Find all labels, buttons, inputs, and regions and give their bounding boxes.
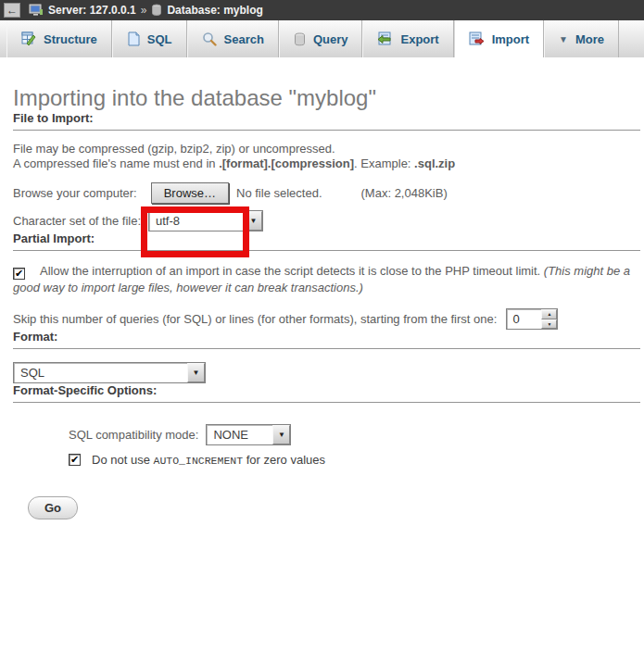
tab-bar: Structure SQL Search Query [0,20,644,57]
dropdown-arrow-icon: ▼ [272,425,290,444]
tab-structure[interactable]: Structure [6,20,112,57]
charset-select[interactable]: utf-8 ▼ [148,210,263,231]
skip-queries-label: Skip this number of queries (for SQL) or… [13,312,497,326]
section-heading-file-to-import: File to Import: [13,111,640,131]
tab-search[interactable]: Search [187,20,279,57]
filename-example-text: .sql.zip [414,156,455,170]
compression-info-text: File may be compressed (gzip, bzip2, zip… [13,142,335,156]
allow-interrupt-label: Allow the interruption of an import in c… [40,264,544,278]
browse-label: Browse your computer: [13,186,137,200]
breadcrumb-server[interactable]: Server: 127.0.0.1 [48,4,136,17]
structure-icon [21,31,36,46]
auto-increment-label: Do not use AUTO_INCREMENT for zero value… [92,453,325,467]
tab-import[interactable]: Import [454,20,544,57]
chevron-down-icon: ▼ [559,34,568,44]
section-partial-import: Partial Import: ✔Allow the interruption … [13,231,640,330]
section-heading-partial-import: Partial Import: [13,231,640,251]
browse-button[interactable]: Browse… [151,182,229,204]
filename-rule-text: A compressed file's name must end in [13,156,219,170]
sql-compatibility-label: SQL compatibility mode: [69,428,198,442]
file-upload-row: Browse your computer: Browse… No file se… [13,182,640,204]
tab-label: More [575,32,604,46]
format-select-value: SQL [14,363,187,382]
back-button[interactable]: ← [4,3,20,18]
database-icon [151,4,162,17]
allow-interrupt-checkbox[interactable]: ✔ [13,268,25,280]
skip-queries-value: 0 [507,309,541,329]
server-icon [29,4,44,17]
allow-interrupt-row: ✔Allow the interruption of an import in … [13,263,640,295]
spin-down-button[interactable]: ▼ [541,319,557,330]
sql-icon [127,31,140,46]
main-content: Importing into the database "myblog" Fil… [0,85,644,519]
charset-row: Character set of the file: utf-8 ▼ [13,210,640,231]
dropdown-arrow-icon: ▼ [245,211,262,231]
auto-increment-checkbox[interactable]: ✔ [69,454,81,466]
search-icon [202,31,217,46]
tab-label: Query [313,32,348,46]
skip-queries-input[interactable]: 0 ▲ ▼ [506,308,558,330]
page-title: Importing into the database "myblog" [13,85,640,111]
max-size-text: (Max: 2,048KiB) [361,186,448,200]
sql-compatibility-row: SQL compatibility mode: NONE ▼ [69,424,640,445]
tab-label: Search [224,32,264,46]
section-file-to-import: File to Import: File may be compressed (… [13,111,640,231]
dropdown-arrow-icon: ▼ [187,363,205,382]
filename-format-text: .[format].[compression] [219,156,354,170]
breadcrumb-bar: ← Server: 127.0.0.1 » Database: myblog [0,0,644,20]
tab-more[interactable]: ▼ More [544,20,619,57]
go-button[interactable]: Go [28,496,78,519]
query-icon [294,32,306,46]
section-format-specific-options: Format-Specific Options: SQL compatibili… [13,383,640,467]
auto-increment-label-prefix: Do not use [92,453,154,467]
sql-compatibility-select[interactable]: NONE ▼ [206,424,291,445]
import-icon [469,31,485,46]
filename-example-label: . Example: [354,156,414,170]
no-file-selected-text: No file selected. [236,186,322,200]
breadcrumb-database[interactable]: Database: myblog [167,4,262,17]
tab-query[interactable]: Query [279,20,363,57]
tab-export[interactable]: Export [362,20,453,57]
auto-increment-label-suffix: for zero values [243,453,325,467]
tab-label: Export [400,32,438,46]
auto-increment-code: AUTO_INCREMENT [154,455,244,467]
tab-label: Import [492,32,529,46]
auto-increment-row: ✔ Do not use AUTO_INCREMENT for zero val… [69,453,640,467]
spinner-buttons: ▲ ▼ [541,309,557,329]
section-heading-format-options: Format-Specific Options: [13,383,640,403]
tab-sql[interactable]: SQL [112,20,187,57]
charset-label: Character set of the file: [13,214,141,228]
tab-label: Structure [44,32,97,46]
tab-label: SQL [147,32,172,46]
charset-select-value: utf-8 [149,211,245,231]
skip-queries-row: Skip this number of queries (for SQL) or… [13,308,640,330]
section-heading-format: Format: [13,330,640,349]
format-select[interactable]: SQL ▼ [13,362,206,383]
export-icon [377,31,393,46]
file-import-description: File may be compressed (gzip, bzip2, zip… [13,142,640,171]
breadcrumb-separator: » [141,4,147,17]
sql-compatibility-value: NONE [207,425,272,444]
section-format: Format: SQL ▼ [13,330,640,383]
spin-up-button[interactable]: ▲ [541,309,557,319]
